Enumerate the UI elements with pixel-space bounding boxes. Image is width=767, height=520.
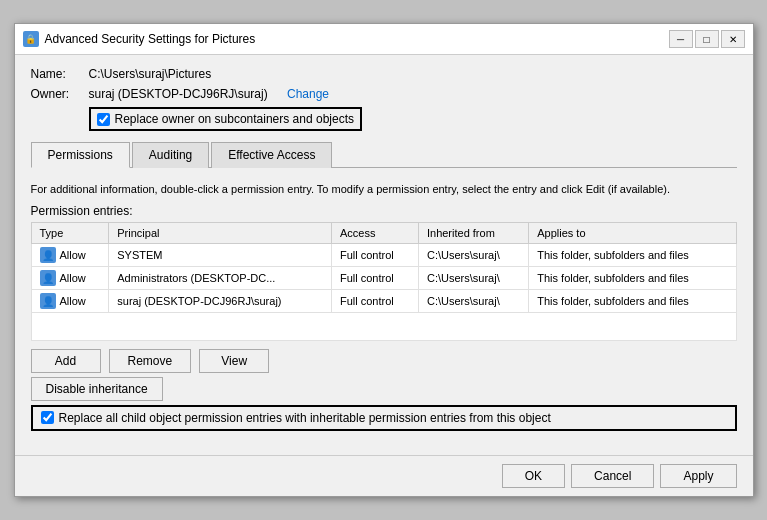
cell-principal: Administrators (DESKTOP-DC... [109,266,332,289]
cell-access: Full control [331,289,418,312]
replace-owner-checkbox-row: Replace owner on subcontainers and objec… [89,107,362,131]
permission-table: Type Principal Access Inherited from App… [31,222,737,341]
table-row[interactable]: 👤 Allow SYSTEM Full control C:\Users\sur… [31,243,736,266]
name-value: C:\Users\suraj\Pictures [89,67,212,81]
tab-permissions[interactable]: Permissions [31,142,130,168]
view-button[interactable]: View [199,349,269,373]
title-bar: 🔒 Advanced Security Settings for Picture… [15,24,753,55]
tab-effective-access[interactable]: Effective Access [211,142,332,168]
cell-principal: suraj (DESKTOP-DCJ96RJ\suraj) [109,289,332,312]
replace-child-checkbox-row: Replace all child object permission entr… [31,405,737,431]
cell-inherited: C:\Users\suraj\ [418,266,528,289]
owner-value: suraj (DESKTOP-DCJ96RJ\suraj) [89,87,268,101]
cell-applies: This folder, subfolders and files [529,243,736,266]
name-label: Name: [31,67,81,81]
owner-row: Owner: suraj (DESKTOP-DCJ96RJ\suraj) Cha… [31,87,737,101]
svg-text:👤: 👤 [42,272,55,285]
dialog-content: Name: C:\Users\suraj\Pictures Owner: sur… [15,55,753,450]
replace-owner-checkbox[interactable] [97,113,110,126]
cell-access: Full control [331,243,418,266]
tab-bar: Permissions Auditing Effective Access [31,141,737,168]
main-window: 🔒 Advanced Security Settings for Picture… [14,23,754,496]
tab-auditing[interactable]: Auditing [132,142,209,168]
col-inherited: Inherited from [418,222,528,243]
cell-principal: SYSTEM [109,243,332,266]
cell-access: Full control [331,266,418,289]
dialog-footer: OK Cancel Apply [15,455,753,496]
tab-content-permissions: For additional information, double-click… [31,174,737,438]
window-icon: 🔒 [23,31,39,47]
replace-child-label: Replace all child object permission entr… [59,411,551,425]
svg-text:👤: 👤 [42,295,55,308]
permission-entries-label: Permission entries: [31,204,737,218]
owner-label: Owner: [31,87,81,101]
window-title: Advanced Security Settings for Pictures [45,32,669,46]
minimize-button[interactable]: ─ [669,30,693,48]
col-principal: Principal [109,222,332,243]
change-link[interactable]: Change [287,87,329,101]
disable-inheritance-button[interactable]: Disable inheritance [31,377,163,401]
cell-type: 👤 Allow [31,243,109,266]
replace-child-checkbox[interactable] [41,411,54,424]
name-row: Name: C:\Users\suraj\Pictures [31,67,737,81]
ok-button[interactable]: OK [502,464,565,488]
cell-type: 👤 Allow [31,289,109,312]
col-applies: Applies to [529,222,736,243]
action-buttons: Add Remove View [31,349,737,373]
cell-inherited: C:\Users\suraj\ [418,243,528,266]
cell-inherited: C:\Users\suraj\ [418,289,528,312]
replace-owner-label: Replace owner on subcontainers and objec… [115,112,354,126]
table-row[interactable]: 👤 Allow Administrators (DESKTOP-DC... Fu… [31,266,736,289]
close-button[interactable]: ✕ [721,30,745,48]
apply-button[interactable]: Apply [660,464,736,488]
cancel-button[interactable]: Cancel [571,464,654,488]
remove-button[interactable]: Remove [109,349,192,373]
cell-applies: This folder, subfolders and files [529,266,736,289]
maximize-button[interactable]: □ [695,30,719,48]
add-button[interactable]: Add [31,349,101,373]
col-type: Type [31,222,109,243]
cell-applies: This folder, subfolders and files [529,289,736,312]
info-text: For additional information, double-click… [31,182,737,197]
title-bar-buttons: ─ □ ✕ [669,30,745,48]
table-row[interactable]: 👤 Allow suraj (DESKTOP-DCJ96RJ\suraj) Fu… [31,289,736,312]
cell-type: 👤 Allow [31,266,109,289]
svg-text:👤: 👤 [42,249,55,262]
table-empty-row [31,312,736,340]
col-access: Access [331,222,418,243]
